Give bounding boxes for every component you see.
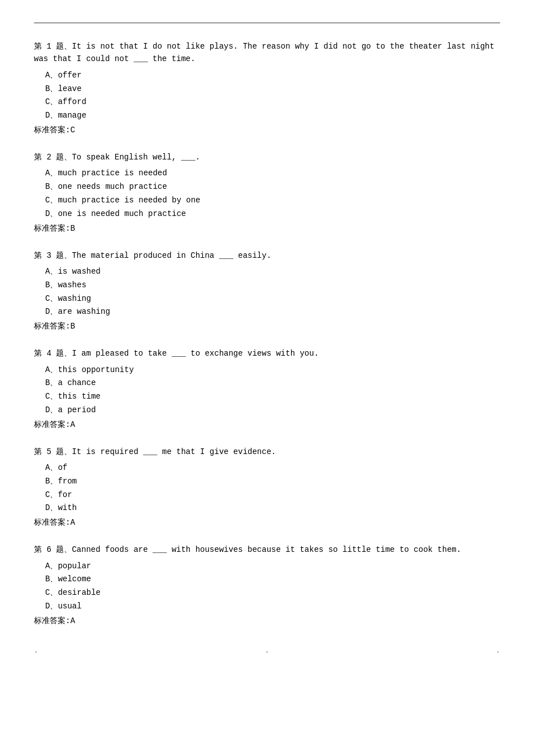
option-4-D: D、a period (34, 404, 500, 417)
option-6-D: D、usual (34, 600, 500, 614)
option-5-B: B、from (34, 475, 500, 489)
option-4-C: C、this time (34, 390, 500, 404)
option-5-D: D、with (34, 502, 500, 515)
option-5-C: C、for (34, 489, 500, 502)
question-title-6: 第 6 题、Canned foods are ___ with housewiv… (34, 543, 500, 556)
answer-3: 标准答案:B (34, 321, 500, 331)
questions-container: 第 1 题、It is not that I do not like plays… (34, 40, 500, 626)
option-3-A: A、is washed (34, 265, 500, 279)
question-block-6: 第 6 题、Canned foods are ___ with housewiv… (34, 543, 500, 626)
option-3-D: D、are washing (34, 305, 500, 319)
option-2-C: C、much practice is needed by one (34, 194, 500, 208)
option-1-C: C、afford (34, 96, 500, 109)
question-title-2: 第 2 题、To speak English well, ___. (34, 151, 500, 163)
question-title-1: 第 1 题、It is not that I do not like plays… (34, 40, 500, 66)
answer-1: 标准答案:C (34, 125, 500, 135)
option-1-D: D、manage (34, 109, 500, 123)
option-6-B: B、welcome (34, 573, 500, 586)
answer-2: 标准答案:B (34, 223, 500, 234)
option-3-B: B、washes (34, 279, 500, 292)
option-1-A: A、offer (34, 69, 500, 83)
option-1-B: B、leave (34, 83, 500, 96)
question-title-3: 第 3 题、The material produced in China ___… (34, 249, 500, 262)
bottom-dots: · · · (34, 649, 500, 656)
option-4-A: A、this opportunity (34, 364, 500, 377)
question-block-2: 第 2 题、To speak English well, ___.A、much … (34, 151, 500, 234)
option-6-A: A、popular (34, 560, 500, 573)
answer-5: 标准答案:A (34, 517, 500, 528)
answer-6: 标准答案:A (34, 616, 500, 626)
option-3-C: C、washing (34, 292, 500, 306)
question-block-4: 第 4 题、I am pleased to take ___ to exchan… (34, 347, 500, 430)
question-block-3: 第 3 题、The material produced in China ___… (34, 249, 500, 332)
question-block-5: 第 5 题、It is required ___ me that I give … (34, 446, 500, 528)
answer-4: 标准答案:A (34, 420, 500, 430)
option-2-B: B、one needs much practice (34, 180, 500, 194)
option-5-A: A、of (34, 461, 500, 475)
option-6-C: C、desirable (34, 586, 500, 600)
question-title-4: 第 4 题、I am pleased to take ___ to exchan… (34, 347, 500, 360)
option-2-A: A、much practice is needed (34, 167, 500, 180)
option-4-B: B、a chance (34, 377, 500, 390)
top-divider (34, 23, 500, 23)
option-2-D: D、one is needed much practice (34, 208, 500, 221)
question-title-5: 第 5 题、It is required ___ me that I give … (34, 446, 500, 458)
question-block-1: 第 1 题、It is not that I do not like plays… (34, 40, 500, 135)
